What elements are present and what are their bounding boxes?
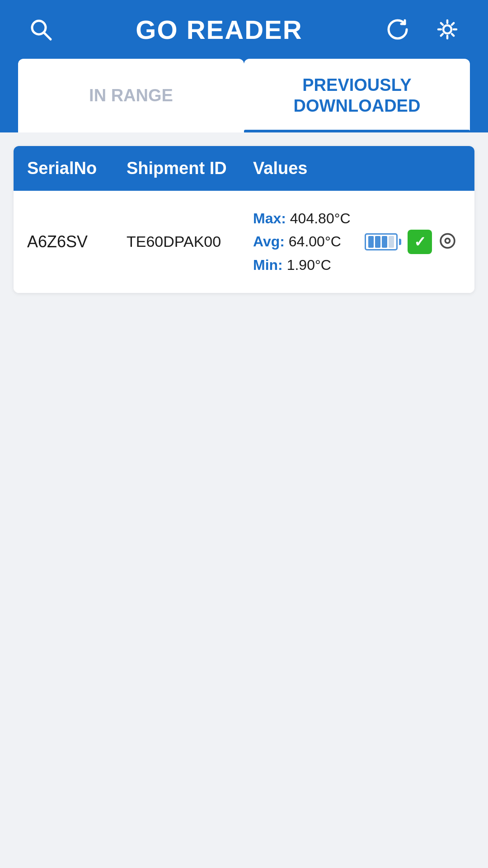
table-header: SerialNo Shipment ID Values xyxy=(14,146,474,191)
check-icon: ✓ xyxy=(408,230,432,254)
battery-bar-4 xyxy=(389,236,394,248)
value-avg-line: Avg: 64.00°C xyxy=(253,230,356,253)
battery-bar-3 xyxy=(382,236,387,248)
column-header-values: Values xyxy=(253,159,461,178)
cell-serial: A6Z6SV xyxy=(27,232,127,251)
avg-label: Avg: xyxy=(253,233,289,250)
min-label: Min: xyxy=(253,257,287,273)
tabs-container: IN RANGE PREVIOUSLYDOWNLOADED xyxy=(0,59,488,132)
max-value: 404.80°C xyxy=(290,210,351,226)
value-max-line: Max: 404.80°C xyxy=(253,207,356,230)
signal-icon: ⦾ xyxy=(438,228,461,255)
cell-values: Max: 404.80°C Avg: 64.00°C Min: 1.90°C xyxy=(253,207,461,277)
svg-point-2 xyxy=(443,25,451,33)
svg-line-1 xyxy=(44,33,51,39)
status-icons: ✓ ⦾ xyxy=(365,228,461,255)
battery-icon xyxy=(365,233,401,250)
tab-in-range[interactable]: IN RANGE xyxy=(18,59,244,132)
battery-bar-1 xyxy=(368,236,374,248)
values-text: Max: 404.80°C Avg: 64.00°C Min: 1.90°C xyxy=(253,207,356,277)
svg-text:⦾: ⦾ xyxy=(439,230,455,251)
app-header: GO READER xyxy=(0,0,488,59)
settings-button[interactable] xyxy=(429,18,465,41)
search-button[interactable] xyxy=(23,18,59,41)
header-actions xyxy=(380,18,465,41)
battery-tip xyxy=(399,239,401,245)
column-header-serial: SerialNo xyxy=(27,159,127,178)
cell-shipment: TE60DPAK00 xyxy=(127,233,253,250)
avg-value: 64.00°C xyxy=(289,233,341,250)
battery-body xyxy=(365,233,398,250)
min-value: 1.90°C xyxy=(287,257,331,273)
tab-previously-downloaded-label: PREVIOUSLYDOWNLOADED xyxy=(294,75,421,116)
tab-in-range-label: IN RANGE xyxy=(89,85,173,106)
data-table: SerialNo Shipment ID Values A6Z6SV TE60D… xyxy=(14,146,474,293)
column-header-shipment: Shipment ID xyxy=(127,159,253,178)
tab-previously-downloaded[interactable]: PREVIOUSLYDOWNLOADED xyxy=(244,59,470,132)
max-label: Max: xyxy=(253,210,290,226)
app-title: GO READER xyxy=(59,14,380,45)
value-min-line: Min: 1.90°C xyxy=(253,254,356,277)
refresh-button[interactable] xyxy=(380,18,416,41)
battery-bar-2 xyxy=(375,236,380,248)
table-row[interactable]: A6Z6SV TE60DPAK00 Max: 404.80°C Avg: 64.… xyxy=(14,191,474,293)
